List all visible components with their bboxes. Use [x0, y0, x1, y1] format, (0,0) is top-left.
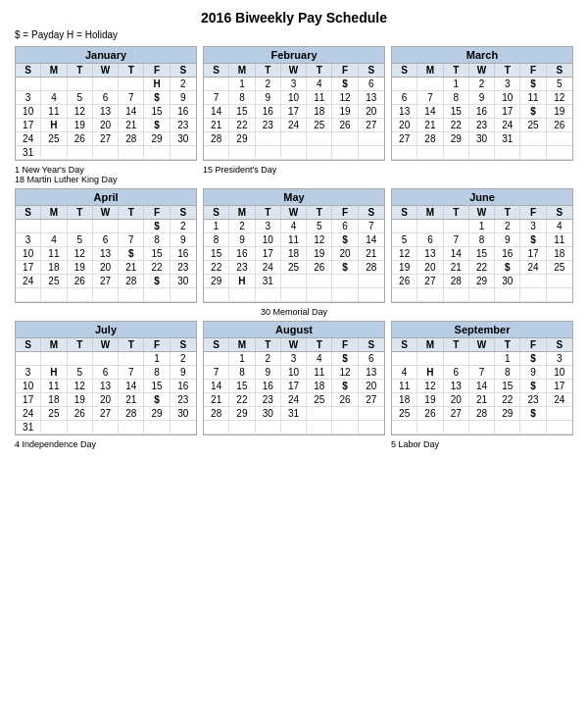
legend: $ = Payday H = Holiday — [15, 29, 573, 40]
march-header: March — [392, 47, 572, 64]
september-grid: 1$3 4H678910 1112131415$17 1819202122232… — [392, 352, 572, 435]
calendar-march: March SMTWTFS 123$5 6789101112 131415161… — [391, 46, 573, 161]
calendar-april: April SMTWTFS $2 3456789 10111213$1516 1… — [15, 188, 197, 303]
calendar-row-3: July SMTWTFS 12 3H56789 10111213141516 1… — [15, 321, 573, 435]
calendar-may: May SMTWTFS 1234567 89101112$14 15161718… — [203, 188, 385, 303]
august-grid: 1234$6 78910111213 1415161718$20 2122232… — [204, 352, 384, 435]
calendar-february: February SMTWTFS 1234$6 78910111213 1415… — [203, 46, 385, 161]
calendar-june: June SMTWTFS 1234 56789$11 1213141516171… — [391, 188, 573, 303]
april-header: April — [16, 189, 196, 206]
july-header: July — [16, 322, 196, 338]
may-header: May — [204, 189, 384, 206]
march-notes — [391, 165, 573, 184]
february-notes: 15 President's Day — [203, 165, 385, 184]
august-notes — [203, 439, 385, 449]
january-header: January — [16, 47, 196, 64]
calendar-september: September SMTWTFS 1$3 4H678910 111213141… — [391, 321, 573, 435]
august-header: August — [204, 322, 384, 338]
july-notes: 4 Independence Day — [15, 439, 197, 449]
calendar-january: January SMTWTFS H2 34567$9 1011121314151… — [15, 46, 197, 161]
notes-row-1: 1 New Year's Day 18 Martin Luther King D… — [15, 165, 573, 184]
february-days-header: SMTWTFS — [204, 64, 384, 77]
may-grid: 1234567 89101112$14 15161718192021 22232… — [204, 220, 384, 302]
calendar-row-2: April SMTWTFS $2 3456789 10111213$1516 1… — [15, 188, 573, 303]
calendar-july: July SMTWTFS 12 3H56789 10111213141516 1… — [15, 321, 197, 435]
january-notes: 1 New Year's Day 18 Martin Luther King D… — [15, 165, 197, 184]
june-header: June — [392, 189, 572, 206]
march-grid: 123$5 6789101112 1314151617$19 202122232… — [392, 77, 572, 160]
february-grid: 1234$6 78910111213 14151617181920 212223… — [204, 77, 384, 160]
january-days-header: SMTWTFS — [16, 64, 196, 77]
july-grid: 12 3H56789 10111213141516 1718192021$23 … — [16, 352, 196, 435]
calendar-august: August SMTWTFS 1234$6 78910111213 141516… — [203, 321, 385, 435]
notes-row-2: 30 Memorial Day — [15, 307, 573, 317]
page-title: 2016 Biweekly Pay Schedule — [15, 10, 573, 26]
june-grid: 1234 56789$11 12131415161718 19202122$24… — [392, 220, 572, 302]
january-grid: H2 34567$9 10111213141516 17H192021$23 2… — [16, 77, 196, 160]
march-days-header: SMTWTFS — [392, 64, 572, 77]
notes-row-3: 4 Independence Day 5 Labor Day — [15, 439, 573, 449]
april-grid: $2 3456789 10111213$1516 17181920212223 … — [16, 220, 196, 302]
september-header: September — [392, 322, 572, 338]
february-header: February — [204, 47, 384, 64]
september-notes: 5 Labor Day — [391, 439, 573, 449]
calendar-row-1: January SMTWTFS H2 34567$9 1011121314151… — [15, 46, 573, 161]
